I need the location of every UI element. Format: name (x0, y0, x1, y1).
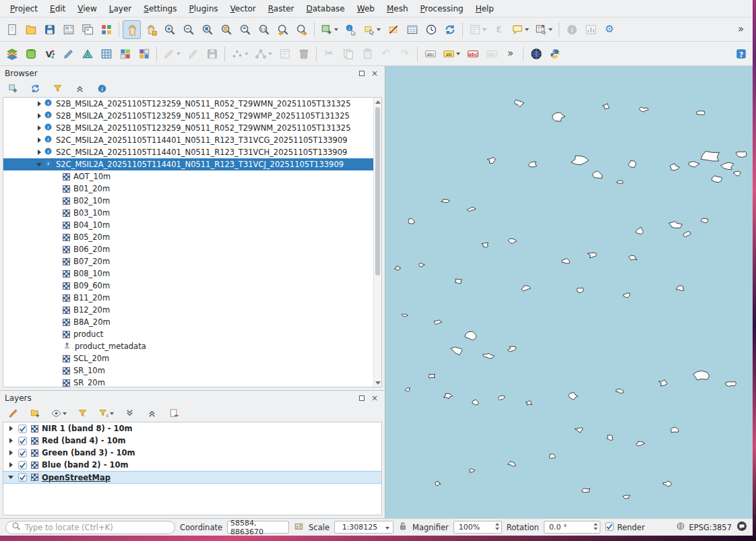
layer-visibility-checkbox[interactable] (18, 437, 27, 445)
browser-band-item[interactable]: product_metadata (3, 340, 373, 352)
chevron-right-icon[interactable] (6, 450, 15, 455)
browser-band-item[interactable]: B04_10m (3, 219, 373, 231)
chevron-right-icon[interactable] (6, 462, 15, 468)
browser-item[interactable]: iS2B_MSIL2A_20251105T123259_N0511_R052_T… (3, 122, 373, 134)
browser-scrollbar[interactable] (373, 98, 381, 387)
menu-project[interactable]: Project (4, 2, 44, 15)
browser-item[interactable]: iS2B_MSIL2A_20251105T123259_N0511_R052_T… (3, 98, 373, 110)
menu-help[interactable]: Help (470, 2, 500, 15)
browser-item[interactable]: iS2B_MSIL2A_20251105T123259_N0511_R052_T… (3, 110, 373, 122)
scroll-down-icon[interactable] (374, 379, 381, 387)
collapse-all-browser-button[interactable] (71, 79, 89, 98)
browser-band-item[interactable]: SCL_20m (3, 352, 373, 364)
menu-layer[interactable]: Layer (103, 2, 137, 15)
new-raster-layer-button[interactable] (116, 44, 134, 63)
layer-visibility-checkbox[interactable] (18, 449, 27, 457)
render-toggle[interactable]: Render (605, 522, 645, 533)
new-shapefile-layer-button[interactable]: V (40, 44, 59, 63)
actions-button[interactable] (532, 20, 555, 39)
browser-band-item[interactable]: B8A_20m (3, 316, 373, 328)
menu-edit[interactable]: Edit (44, 2, 71, 15)
scrollbar-thumb[interactable] (375, 107, 380, 276)
layer-row[interactable]: Red (band 4) - 10m (3, 435, 381, 447)
refresh-browser-button[interactable] (26, 79, 44, 98)
save-project-button[interactable] (40, 20, 59, 39)
map-canvas[interactable] (385, 66, 753, 518)
float-panel-icon[interactable] (356, 68, 367, 79)
chevron-right-icon[interactable] (34, 125, 44, 131)
browser-item[interactable]: iS2C_MSIL2A_20251105T114401_N0511_R123_T… (3, 134, 373, 146)
chevron-down-icon[interactable] (6, 476, 15, 479)
browser-item[interactable]: iS2C_MSIL2A_20251105T114401_N0511_R123_T… (3, 146, 373, 158)
zoom-last-button[interactable] (274, 20, 292, 39)
menu-web[interactable]: Web (351, 2, 381, 15)
close-panel-icon[interactable]: × (369, 393, 380, 404)
menu-view[interactable]: View (71, 2, 102, 15)
open-project-button[interactable] (22, 20, 40, 39)
browser-band-item[interactable]: product (3, 328, 373, 340)
messages-icon[interactable] (736, 521, 747, 534)
browser-band-item[interactable]: SR_10m (3, 364, 373, 377)
chevron-right-icon[interactable] (34, 113, 44, 119)
extents-toggle-icon[interactable] (294, 521, 304, 534)
layer-visibility-checkbox[interactable] (18, 461, 27, 470)
pan-map-button[interactable] (123, 20, 141, 39)
new-spatialite-layer-button[interactable] (135, 44, 153, 63)
layer-row[interactable]: NIR 1 (band 8) - 10m (3, 422, 381, 435)
new-geopackage-layer-button[interactable] (22, 44, 40, 63)
chevron-right-icon[interactable] (34, 101, 44, 106)
new-gpx-layer-button[interactable] (97, 44, 115, 63)
browser-item[interactable]: iS2C_MSIL2A_20251105T114401_N0511_R123_T… (3, 158, 373, 170)
lock-icon[interactable] (398, 521, 408, 533)
magnifier-spinbox[interactable]: 100% (453, 521, 502, 534)
metasearch-button[interactable] (527, 44, 545, 63)
zoom-to-selection-button[interactable] (217, 20, 235, 39)
manage-map-themes-button[interactable] (49, 404, 69, 423)
locate-input[interactable] (25, 523, 169, 532)
menu-mesh[interactable]: Mesh (381, 2, 414, 15)
zoom-native-button[interactable]: 1:1 (255, 20, 273, 39)
add-group-button[interactable] (26, 404, 44, 423)
new-map-view-button[interactable] (318, 20, 341, 39)
layer-visibility-checkbox[interactable] (18, 424, 27, 433)
select-features-button[interactable] (360, 20, 383, 39)
coordinate-field[interactable]: 58584, 8863670 (227, 521, 289, 534)
chevron-right-icon[interactable] (34, 150, 44, 155)
zoom-full-button[interactable] (198, 20, 216, 39)
browser-properties-button[interactable]: i (93, 79, 111, 98)
open-layer-styling-button[interactable] (4, 404, 22, 423)
zoom-in-button[interactable] (160, 20, 179, 39)
python-console-button[interactable] (546, 44, 564, 63)
chevron-right-icon[interactable] (34, 137, 44, 143)
toolbar-overflow-button[interactable]: » (732, 20, 750, 39)
zoom-to-layer-button[interactable] (236, 20, 254, 39)
zoom-out-button[interactable] (179, 20, 197, 39)
crs-status[interactable]: EPSG:3857 (676, 521, 732, 533)
layer-row[interactable]: Green (band 3) - 10m (3, 447, 381, 459)
temporal-controller-button[interactable] (422, 20, 440, 39)
collapse-all-button[interactable] (143, 404, 161, 423)
browser-band-item[interactable]: B07_20m (3, 255, 373, 267)
menu-settings[interactable]: Settings (137, 2, 183, 15)
browser-band-item[interactable]: B11_20m (3, 292, 373, 304)
new-print-layout-button[interactable] (59, 20, 77, 39)
new-mesh-layer-button[interactable] (78, 44, 96, 63)
scale-combo[interactable]: 1:308125 (334, 521, 393, 534)
browser-band-item[interactable]: B02_10m (3, 195, 373, 207)
browser-band-item[interactable]: B05_20m (3, 231, 373, 243)
rotation-spinbox[interactable]: 0.0 ° (544, 521, 600, 534)
new-project-button[interactable] (3, 20, 21, 39)
menu-vector[interactable]: Vector (224, 2, 262, 15)
close-panel-icon[interactable]: × (369, 68, 380, 79)
layer-visibility-checkbox[interactable] (18, 473, 27, 482)
layer-labeling-options-button[interactable]: ab (440, 44, 463, 63)
filter-legend-button[interactable] (73, 404, 92, 423)
help-button[interactable]: ? (732, 44, 750, 63)
pinned-labels-button[interactable]: abc (464, 44, 482, 63)
processing-toolbox-button[interactable]: ⚙ (600, 20, 619, 39)
refresh-map-button[interactable] (441, 20, 459, 39)
zoom-next-button[interactable] (292, 20, 311, 39)
render-checkbox[interactable] (605, 522, 614, 533)
open-attribute-table-button[interactable] (403, 20, 421, 39)
browser-band-item[interactable]: B03_10m (3, 207, 373, 219)
